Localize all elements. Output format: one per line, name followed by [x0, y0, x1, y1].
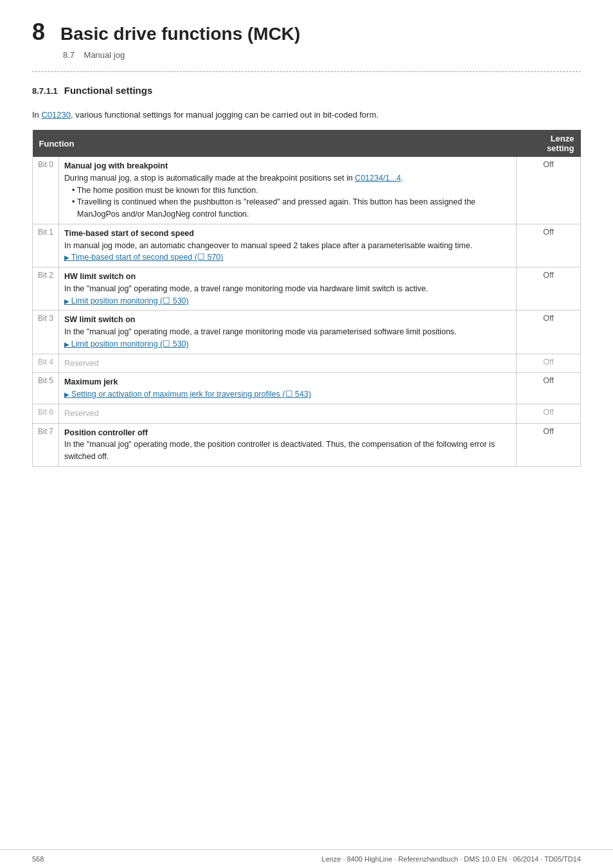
bit-cell: Bit 5: [33, 373, 59, 404]
bit-cell: Bit 3: [33, 311, 59, 354]
function-description: Time-based start of second speedIn manua…: [59, 224, 517, 267]
bit-cell: Bit 7: [33, 423, 59, 466]
function-title: Time-based start of second speed: [64, 229, 194, 238]
arrow-link-container: Setting or activation of maximum jerk fo…: [64, 388, 511, 401]
function-description: Manual jog with breakpointDuring manual …: [59, 157, 517, 224]
intro-after: , various functional settings for manual…: [71, 110, 378, 120]
function-description: SW limit switch onIn the "manual jog" op…: [59, 311, 517, 354]
function-table: Function Lenze setting Bit 0Manual jog w…: [32, 130, 581, 467]
arrow-link[interactable]: Setting or activation of maximum jerk fo…: [64, 390, 311, 399]
bit-cell: Bit 6: [33, 404, 59, 423]
arrow-link-container: Time-based start of second speed (☐ 570): [64, 251, 511, 264]
arrow-link[interactable]: Limit position monitoring (☐ 530): [64, 339, 189, 348]
bit-cell: Bit 4: [33, 354, 59, 373]
lenze-setting: Off: [517, 373, 581, 404]
chapter-title: Basic drive functions (MCK): [60, 23, 300, 45]
lenze-setting: Off: [517, 157, 581, 224]
function-title: SW limit switch on: [64, 315, 135, 324]
c01230-link[interactable]: C01230: [41, 110, 71, 120]
inline-link[interactable]: C01234/1...4: [355, 174, 401, 183]
arrow-link-container: Limit position monitoring (☐ 530): [64, 295, 511, 307]
function-description: Position controller offIn the "manual jo…: [59, 423, 517, 466]
bit-cell: Bit 0: [33, 157, 59, 224]
bit-cell: Bit 1: [33, 224, 59, 267]
lenze-setting: Off: [517, 224, 581, 267]
page-number: 568: [32, 855, 44, 863]
bit-cell: Bit 2: [33, 267, 59, 311]
arrow-link-container: Limit position monitoring (☐ 530): [64, 338, 511, 350]
bullet-item: • The home position must be known for th…: [72, 185, 511, 197]
arrow-link[interactable]: Limit position monitoring (☐ 530): [64, 296, 189, 305]
function-title: HW limit switch on: [64, 272, 136, 281]
section-number: 8.7: [63, 50, 75, 60]
section-divider: [32, 71, 581, 72]
subsection-header: 8.7.1.1 Functional settings: [32, 85, 581, 102]
publisher-info: Lenze · 8400 HighLine · Referenzhandbuch…: [322, 855, 581, 863]
subsection-number: 8.7.1.1: [32, 86, 58, 96]
lenze-setting: Off: [517, 311, 581, 354]
page-header: 8 Basic drive functions (MCK) 8.7 Manual…: [32, 19, 581, 60]
lenze-setting: Off: [517, 267, 581, 311]
function-title: Position controller off: [64, 428, 148, 437]
section-title: Manual jog: [84, 50, 125, 60]
bullet-item: • Travelling is continued when the pushb…: [72, 196, 511, 221]
lenze-setting: Off: [517, 404, 581, 423]
col-lenze-header: Lenze setting: [517, 130, 581, 157]
intro-before: In: [32, 110, 41, 120]
function-description: HW limit switch onIn the "manual jog" op…: [59, 267, 517, 311]
col-function-header: Function: [33, 130, 517, 157]
function-description: Maximum jerkSetting or activation of max…: [59, 373, 517, 404]
function-description: Reserved: [59, 354, 517, 373]
lenze-setting: Off: [517, 423, 581, 466]
function-title: Maximum jerk: [64, 377, 118, 386]
lenze-setting: Off: [517, 354, 581, 373]
section-label: 8.7 Manual jog: [63, 50, 300, 60]
arrow-link[interactable]: Time-based start of second speed (☐ 570): [64, 253, 223, 262]
chapter-number: 8: [32, 19, 45, 45]
function-description: Reserved: [59, 404, 517, 423]
page-footer: 568 Lenze · 8400 HighLine · Referenzhand…: [0, 849, 613, 868]
function-title: Manual jog with breakpoint: [64, 161, 168, 170]
intro-paragraph: In C01230, various functional settings f…: [32, 109, 581, 122]
subsection-title: Functional settings: [64, 85, 153, 96]
